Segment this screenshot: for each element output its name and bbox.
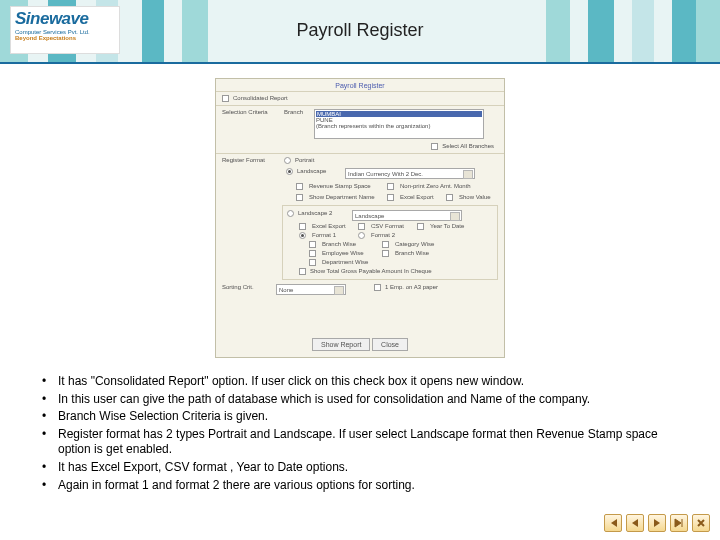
showtotal-checkbox[interactable] [299, 268, 306, 275]
category-label: Category Wise [395, 241, 434, 247]
portrait-label: Portrait [295, 157, 314, 163]
header-divider [0, 62, 720, 64]
branch-option-note: (Branch represents within the organizati… [316, 123, 482, 129]
landscape-label: Landscape [297, 168, 341, 174]
showdept-label: Show Department Name [309, 194, 381, 200]
revenue-label: Revenue Stamp Space [309, 183, 381, 189]
empwise-label: Employee Wise [322, 250, 376, 256]
prev-slide-button[interactable] [626, 514, 644, 532]
bullet-text: Again in format 1 and format 2 there are… [58, 478, 415, 494]
consolidated-label: Consolidated Report [233, 95, 288, 101]
landscape-radio[interactable] [286, 168, 293, 175]
landscape2-combo[interactable]: Landscape [352, 210, 462, 221]
list-item: •Again in format 1 and format 2 there ar… [30, 478, 690, 494]
deptwise-label: Department Wise [322, 259, 368, 265]
bullet-icon: • [30, 392, 58, 408]
consolidated-checkbox[interactable] [222, 95, 229, 102]
landscape2-radio[interactable] [287, 210, 294, 217]
exexport-label: Excel Export [312, 223, 352, 229]
list-item: •Branch Wise Selection Criteria is given… [30, 409, 690, 425]
branchwise2-label: Branch Wise [395, 250, 429, 256]
bullet-text: In this user can give the path of databa… [58, 392, 590, 408]
branchwise-checkbox[interactable] [309, 241, 316, 248]
list-item: •It has Excel Export, CSV format , Year … [30, 460, 690, 476]
showval-label: Show Value [459, 194, 491, 200]
selection-criteria-label: Selection Criteria [222, 109, 280, 115]
slide-nav [604, 514, 710, 532]
first-slide-button[interactable] [604, 514, 622, 532]
list-item: •Register format has 2 types Portrait an… [30, 427, 690, 458]
next-slide-button[interactable] [648, 514, 666, 532]
close-button[interactable]: Close [372, 338, 408, 351]
branch-listbox[interactable]: MUMBAI PUNE (Branch represents within th… [314, 109, 484, 139]
sorting-combo[interactable]: None [276, 284, 346, 295]
bullet-icon: • [30, 460, 58, 476]
branch-label: Branch [284, 109, 310, 115]
showval-checkbox[interactable] [446, 194, 453, 201]
ytd-checkbox[interactable] [417, 223, 424, 230]
bullet-icon: • [30, 427, 58, 458]
sorting-label: Sorting Crit. [222, 284, 272, 290]
bullet-text: Register format has 2 types Portrait and… [58, 427, 690, 458]
branchwise2-checkbox[interactable] [382, 250, 389, 257]
select-all-checkbox[interactable] [431, 143, 438, 150]
bullet-text: It has "Consolidated Report" option. If … [58, 374, 524, 390]
close-slide-button[interactable] [692, 514, 710, 532]
csv-label: CSV Format [371, 223, 411, 229]
bullet-icon: • [30, 409, 58, 425]
bullet-text: It has Excel Export, CSV format , Year t… [58, 460, 348, 476]
page-title: Payroll Register [0, 20, 720, 41]
ytd-label: Year To Date [430, 223, 464, 229]
list-item: •In this user can give the path of datab… [30, 392, 690, 408]
bullet-list: •It has "Consolidated Report" option. If… [30, 374, 690, 493]
slide-header: Sinewave Computer Services Pvt. Ltd. Bey… [0, 0, 720, 62]
deptwise-checkbox[interactable] [309, 259, 316, 266]
dialog-title: Payroll Register [216, 79, 504, 90]
nonprint-checkbox[interactable] [387, 183, 394, 190]
register-format-label: Register Format [222, 157, 280, 163]
format1-radio[interactable] [299, 232, 306, 239]
category-checkbox[interactable] [382, 241, 389, 248]
branchwise-label: Branch Wise [322, 241, 376, 247]
showdept-checkbox[interactable] [296, 194, 303, 201]
showtotal-label: Show Total Gross Payable Amount In Chequ… [310, 268, 432, 274]
empwise-checkbox[interactable] [309, 250, 316, 257]
landscape2-label: Landscape 2 [298, 210, 348, 216]
exexport-checkbox[interactable] [299, 223, 306, 230]
last-slide-button[interactable] [670, 514, 688, 532]
format2-label: Format 2 [371, 232, 395, 238]
currency-combo[interactable]: Indian Currency With 2 Dec. [345, 168, 475, 179]
excelexp-label: Excel Export [400, 194, 440, 200]
bullet-icon: • [30, 374, 58, 390]
embedded-screenshot: Payroll Register Consolidated Report Sel… [215, 78, 505, 358]
show-report-button[interactable]: Show Report [312, 338, 370, 351]
onepage-checkbox[interactable] [374, 284, 381, 291]
nonprint-label: Non-print Zero Amt. Month [400, 183, 471, 189]
portrait-radio[interactable] [284, 157, 291, 164]
bullet-text: Branch Wise Selection Criteria is given. [58, 409, 268, 425]
excelexp-checkbox[interactable] [387, 194, 394, 201]
csv-checkbox[interactable] [358, 223, 365, 230]
bullet-icon: • [30, 478, 58, 494]
onepage-label: 1 Emp. on A3 paper [385, 284, 438, 290]
format1-label: Format 1 [312, 232, 352, 238]
revenue-checkbox[interactable] [296, 183, 303, 190]
format2-radio[interactable] [358, 232, 365, 239]
select-all-label: Select All Branches [442, 143, 494, 149]
list-item: •It has "Consolidated Report" option. If… [30, 374, 690, 390]
